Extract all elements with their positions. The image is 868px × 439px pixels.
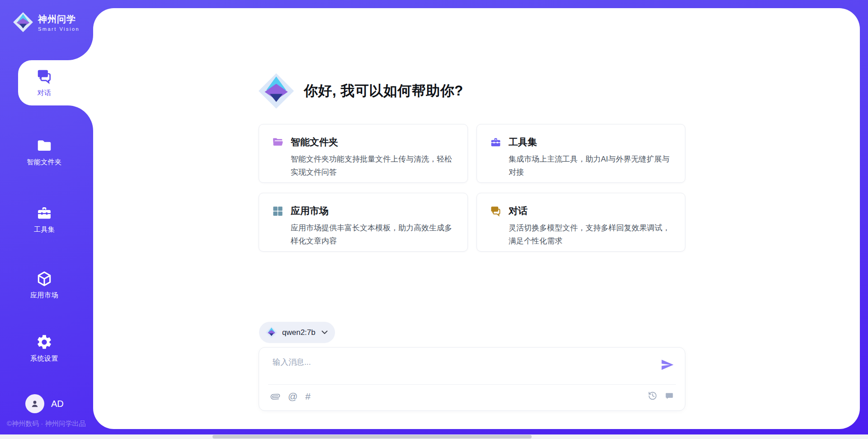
user-chip[interactable]: AD: [25, 394, 64, 413]
card-title: 应用市场: [291, 205, 329, 217]
quick-phrase-icon[interactable]: [665, 391, 674, 401]
app-window: 神州问学 Smart Vision 对话 智能文件夹 工具集 应用市场: [0, 0, 868, 439]
sidebar-item-label: 工具集: [34, 225, 55, 234]
brand-tagline: Smart Vision: [38, 26, 80, 32]
card-toolset[interactable]: 工具集 集成市场上主流工具，助力AI与外界无缝扩展与对接: [476, 124, 685, 183]
gem-diamond-icon: [265, 326, 278, 339]
user-name: AD: [51, 399, 64, 409]
horizontal-scrollbar: [0, 434, 868, 439]
card-description: 应用市场提供丰富长文本模板，助力高效生成多样化文章内容: [291, 221, 455, 248]
toolbox-icon: [490, 136, 502, 148]
model-name: qwen2:7b: [282, 328, 316, 337]
chat-icon: [36, 68, 53, 85]
folder-icon: [36, 137, 53, 154]
send-icon[interactable]: [660, 358, 674, 372]
feature-cards: 智能文件夹 智能文件夹功能支持批量文件上传与清洗，轻松实现文件问答 工具集 集成…: [259, 124, 685, 252]
composer-divider: [268, 384, 676, 385]
sidebar-item-toolset[interactable]: 工具集: [15, 205, 74, 234]
attach-icon[interactable]: [269, 390, 283, 403]
sidebar: 神州问学 Smart Vision 对话 智能文件夹 工具集 应用市场: [0, 0, 93, 434]
mention-icon[interactable]: @: [288, 391, 297, 402]
greeting-title: 你好, 我可以如何帮助你?: [304, 81, 463, 100]
card-title: 对话: [509, 205, 528, 217]
sidebar-item-chat[interactable]: 对话: [15, 68, 74, 97]
gem-diamond-icon: [258, 72, 295, 110]
card-description: 智能文件夹功能支持批量文件上传与清洗，轻松实现文件问答: [291, 153, 455, 179]
greeting-block: 你好, 我可以如何帮助你?: [258, 72, 463, 110]
card-title: 工具集: [509, 136, 537, 148]
chevron-down-icon: [321, 330, 328, 334]
sidebar-item-label: 应用市场: [30, 291, 58, 300]
history-icon[interactable]: [648, 391, 657, 401]
gear-icon: [36, 334, 53, 351]
avatar: [25, 394, 44, 413]
cube-icon: [36, 270, 53, 287]
sidebar-item-label: 智能文件夹: [27, 158, 62, 167]
card-title: 智能文件夹: [291, 136, 338, 148]
copyright-footer: ©神州数码 · 神州问学出品: [7, 420, 85, 428]
sidebar-item-app-market[interactable]: 应用市场: [15, 270, 74, 300]
scrollbar-thumb[interactable]: [212, 435, 532, 439]
card-description: 集成市场上主流工具，助力AI与外界无缝扩展与对接: [509, 153, 672, 179]
card-app-market[interactable]: 应用市场 应用市场提供丰富长文本模板，助力高效生成多样化文章内容: [259, 193, 468, 252]
sidebar-item-settings[interactable]: 系统设置: [15, 334, 74, 363]
person-icon: [29, 398, 40, 409]
message-input[interactable]: [272, 357, 638, 367]
composer-toolbar-left: @ #: [271, 391, 311, 402]
sidebar-item-smart-folder[interactable]: 智能文件夹: [15, 137, 74, 167]
card-chat[interactable]: 对话 灵活切换多模型文件，支持多样回复效果调试，满足个性化需求: [476, 193, 685, 252]
composer-toolbar-right: [648, 391, 674, 401]
card-description: 灵活切换多模型文件，支持多样回复效果调试，满足个性化需求: [509, 221, 672, 248]
model-selector[interactable]: qwen2:7b: [259, 322, 335, 343]
chat-icon: [490, 205, 502, 217]
toolbox-icon: [36, 205, 53, 222]
sidebar-item-label: 对话: [38, 89, 52, 97]
apps-grid-icon: [272, 205, 284, 217]
message-composer: @ #: [259, 347, 685, 411]
hash-icon[interactable]: #: [305, 391, 311, 402]
brand-name: 神州问学: [38, 13, 80, 25]
folder-open-icon: [272, 136, 284, 148]
brand-logo: 神州问学 Smart Vision: [13, 12, 80, 33]
gem-diamond-icon: [13, 12, 33, 33]
card-smart-folder[interactable]: 智能文件夹 智能文件夹功能支持批量文件上传与清洗，轻松实现文件问答: [259, 124, 468, 183]
sidebar-item-label: 系统设置: [30, 354, 58, 363]
